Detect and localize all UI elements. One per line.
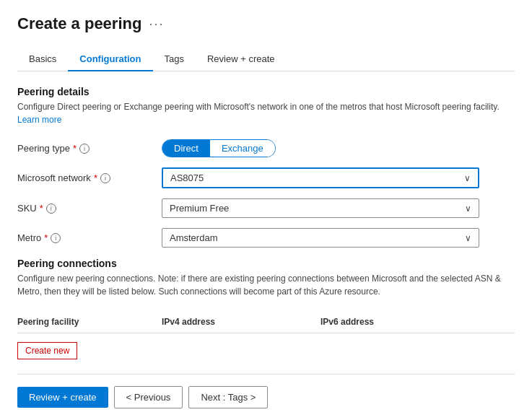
connections-header: Peering facility IPv4 address IPv6 addre…	[17, 311, 515, 333]
tab-review-create[interactable]: Review + create	[196, 48, 287, 71]
peering-connections-section: Peering connections Configure new peerin…	[17, 258, 515, 359]
next-button[interactable]: Next : Tags >	[188, 386, 268, 408]
microsoft-network-info-icon[interactable]: i	[100, 173, 110, 183]
metro-info-icon[interactable]: i	[51, 233, 61, 243]
required-star-3: *	[40, 203, 43, 214]
metro-dropdown[interactable]: Amsterdam ∨	[162, 228, 479, 248]
tab-basics[interactable]: Basics	[17, 48, 68, 71]
col-header-ipv6: IPv6 address	[320, 317, 465, 327]
peering-type-info-icon[interactable]: i	[79, 144, 90, 154]
peering-connections-desc: Configure new peering connections. Note:…	[17, 272, 515, 298]
create-new-button[interactable]: Create new	[17, 342, 77, 359]
peering-connections-title: Peering connections	[17, 258, 515, 269]
required-star-4: *	[44, 232, 48, 243]
microsoft-network-dropdown[interactable]: AS8075 ∨	[162, 167, 479, 188]
chevron-down-icon: ∨	[464, 173, 471, 183]
peering-type-row: Peering type * i Direct Exchange	[17, 139, 515, 157]
more-options-icon[interactable]: ···	[149, 17, 164, 32]
peering-type-toggle[interactable]: Direct Exchange	[162, 139, 276, 157]
sku-info-icon[interactable]: i	[46, 204, 56, 214]
sku-row: SKU * i Premium Free ∨	[17, 198, 515, 218]
peering-details-section: Peering details Configure Direct peering…	[17, 86, 515, 248]
col-header-facility: Peering facility	[17, 317, 162, 327]
col-header-ipv4: IPv4 address	[162, 317, 320, 327]
page-title: Create a peering	[17, 14, 141, 33]
peering-details-title: Peering details	[17, 86, 515, 97]
previous-button[interactable]: < Previous	[114, 386, 183, 408]
tab-bar: Basics Configuration Tags Review + creat…	[17, 48, 515, 71]
sku-dropdown[interactable]: Premium Free ∨	[162, 198, 479, 218]
microsoft-network-label: Microsoft network * i	[17, 172, 162, 183]
peering-details-desc: Configure Direct peering or Exchange pee…	[17, 100, 515, 126]
metro-value: Amsterdam	[170, 232, 217, 243]
sku-label: SKU * i	[17, 203, 162, 214]
microsoft-network-value: AS8075	[170, 172, 204, 183]
tab-configuration[interactable]: Configuration	[68, 48, 152, 71]
chevron-down-icon-2: ∨	[465, 204, 471, 214]
toggle-direct[interactable]: Direct	[162, 140, 210, 157]
sku-value: Premium Free	[170, 203, 229, 214]
bottom-divider	[17, 374, 515, 375]
bottom-bar: Review + create < Previous Next : Tags >	[17, 386, 515, 408]
metro-label: Metro * i	[17, 232, 162, 243]
metro-row: Metro * i Amsterdam ∨	[17, 228, 515, 248]
microsoft-network-row: Microsoft network * i AS8075 ∨	[17, 167, 515, 188]
toggle-exchange[interactable]: Exchange	[210, 140, 275, 157]
learn-more-link[interactable]: Learn more	[17, 115, 61, 125]
peering-type-label: Peering type * i	[17, 143, 162, 154]
required-star: *	[73, 143, 77, 154]
required-star-2: *	[94, 172, 97, 183]
chevron-down-icon-3: ∨	[465, 233, 471, 243]
tab-tags[interactable]: Tags	[153, 48, 196, 71]
review-create-button[interactable]: Review + create	[17, 387, 108, 408]
